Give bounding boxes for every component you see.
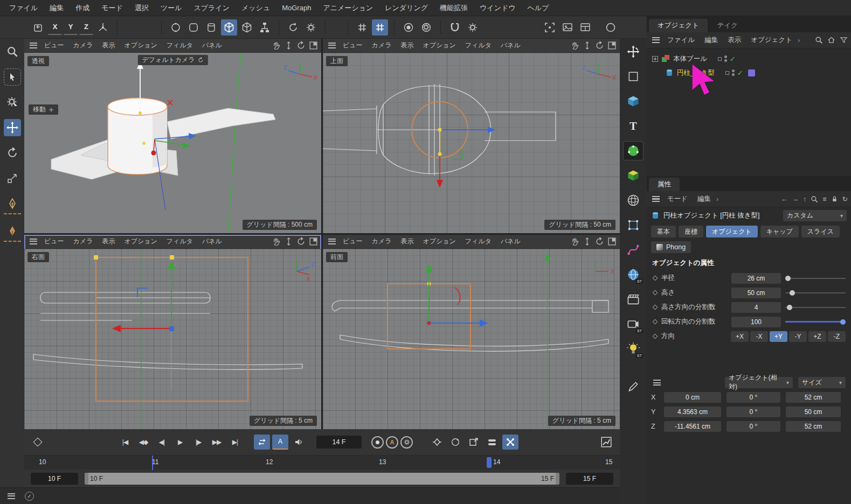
y-rotation-field[interactable]: 0 °: [727, 407, 780, 417]
camera-st-icon[interactable]: ST: [623, 314, 644, 334]
zoom-tool-icon[interactable]: [4, 43, 21, 60]
dir-plus-z-button[interactable]: +Z: [808, 331, 826, 342]
height-slider[interactable]: [785, 289, 846, 297]
axis-z-lock-button[interactable]: Z: [79, 20, 93, 35]
menu-extensions[interactable]: 機能拡張: [434, 0, 474, 16]
vp-menu-view[interactable]: ビュー: [338, 41, 367, 50]
network-x-button[interactable]: [502, 435, 518, 450]
autokey-toggle-button[interactable]: [285, 19, 301, 36]
lock-icon[interactable]: [831, 195, 838, 202]
fcurve-graph-button[interactable]: [598, 435, 614, 450]
set-driven-button[interactable]: [466, 435, 482, 450]
undo-box-icon[interactable]: [30, 19, 46, 36]
vp-menu-filter[interactable]: フィルタ: [461, 41, 496, 50]
attr-menu-mode[interactable]: モード: [663, 194, 692, 204]
height-field[interactable]: 50 cm: [731, 288, 781, 298]
clapperboard-icon[interactable]: [623, 290, 644, 309]
maximize-view-icon[interactable]: [607, 41, 617, 50]
vp-menu-view[interactable]: ビュー: [40, 41, 68, 50]
go-to-start-button[interactable]: |◀: [117, 435, 133, 450]
z-size-field[interactable]: 52 cm: [786, 421, 841, 432]
keyframe-diamond-icon[interactable]: [653, 305, 658, 310]
dolly-icon[interactable]: [583, 237, 592, 246]
dir-plus-y-button[interactable]: +Y: [770, 331, 787, 342]
phong-tag-icon[interactable]: [748, 69, 755, 76]
wire-sphere-icon[interactable]: [623, 191, 644, 210]
visibility-dots-icon[interactable]: [724, 55, 727, 62]
panel-menu-icon[interactable]: [652, 37, 660, 43]
move-arrows-icon[interactable]: [623, 42, 644, 61]
tab-coordinates[interactable]: 座標: [679, 226, 703, 237]
status-menu-icon[interactable]: [8, 493, 15, 499]
next-frame-button[interactable]: |▶: [190, 435, 206, 450]
viewport-menu-icon[interactable]: [328, 43, 336, 48]
edit-pencil-icon[interactable]: [623, 377, 644, 396]
top-view-canvas[interactable]: Z X 上面 グリッド間隔 : 50 cm: [323, 53, 620, 233]
dir-minus-z-button[interactable]: -Z: [828, 331, 846, 342]
om-menu-view[interactable]: 表示: [723, 36, 745, 45]
tab-attributes[interactable]: 属性: [649, 178, 680, 191]
menu-tools[interactable]: ツール: [155, 0, 188, 16]
search-icon[interactable]: [815, 36, 823, 44]
cube-primitive-button[interactable]: [221, 19, 237, 36]
vp-menu-filter[interactable]: フィルタ: [162, 41, 197, 50]
preset-dropdown[interactable]: カスタム▾: [783, 210, 847, 221]
axis-x-lock-button[interactable]: X: [48, 20, 62, 35]
snap-off-button[interactable]: [354, 19, 370, 36]
timeline-ruler[interactable]: 10 11 12 13 14 15: [24, 455, 620, 470]
point-cube-icon[interactable]: [623, 215, 644, 235]
panel-menu-icon[interactable]: [652, 196, 660, 202]
coordinate-mode-dropdown[interactable]: オブジェクト(相対)▾: [725, 377, 793, 388]
sketch-pen-tool-icon[interactable]: [4, 222, 21, 242]
dir-minus-x-button[interactable]: -X: [750, 331, 768, 342]
menu-select[interactable]: 選択: [129, 0, 155, 16]
plane-icon[interactable]: [623, 67, 644, 86]
menu-help[interactable]: ヘルプ: [522, 0, 555, 16]
vp-menu-options[interactable]: オプション: [418, 41, 460, 50]
vp-menu-camera[interactable]: カメラ: [368, 237, 396, 246]
attr-menu-edit[interactable]: 編集: [693, 194, 715, 204]
maximize-view-icon[interactable]: [607, 237, 617, 246]
y-position-field[interactable]: 4.3563 cm: [664, 407, 721, 417]
refresh-icon[interactable]: ↻: [842, 195, 848, 203]
expand-icon[interactable]: [652, 56, 658, 62]
coordinates-menu-icon[interactable]: [653, 380, 661, 386]
sound-button[interactable]: [290, 435, 307, 450]
pan-hand-icon[interactable]: [272, 41, 281, 50]
tree-row-boole[interactable]: 本体ブール ✓: [647, 52, 851, 66]
y-size-field[interactable]: 50 cm: [786, 407, 841, 417]
add-primitive-button[interactable]: [239, 19, 255, 36]
pan-hand-icon[interactable]: [272, 237, 281, 246]
keyframe-diamond-icon[interactable]: [653, 290, 658, 296]
orbit-icon[interactable]: [595, 237, 604, 246]
pan-hand-icon[interactable]: [570, 237, 579, 246]
record-settings-button[interactable]: [400, 436, 413, 449]
loop-mode-button[interactable]: [254, 435, 270, 450]
perspective-view-canvas[interactable]: Z X 透視 デフォルトカメラ 移動 グリッド間隔 : 500 cm: [24, 53, 321, 233]
orbit-icon[interactable]: [595, 41, 604, 50]
viewport-menu-icon[interactable]: [328, 239, 336, 244]
viewport-top[interactable]: ビュー カメラ 表示 オプション フィルタ パネル: [323, 39, 620, 233]
phong-button[interactable]: Phong: [651, 241, 691, 253]
menu-mode[interactable]: モード: [95, 0, 129, 16]
z-position-field[interactable]: -11.4561 cm: [664, 421, 721, 432]
render-view-button[interactable]: [400, 19, 417, 36]
globe-st-icon[interactable]: ST: [623, 265, 644, 284]
record-auto-button[interactable]: A: [386, 436, 398, 449]
viewport-menu-icon[interactable]: [30, 43, 37, 48]
pan-hand-icon[interactable]: [570, 41, 579, 50]
hierarchy-button[interactable]: [257, 19, 273, 36]
vp-menu-view[interactable]: ビュー: [40, 237, 68, 246]
keyframe-selection-button[interactable]: [429, 435, 445, 450]
tab-basic[interactable]: 基本: [651, 226, 676, 237]
filter-icon[interactable]: [840, 36, 848, 44]
pen-tool-icon[interactable]: [4, 195, 21, 214]
height-segments-slider[interactable]: [785, 304, 846, 311]
screenshot-button[interactable]: [559, 19, 576, 36]
primitive-rounded-cube-button[interactable]: [185, 19, 202, 36]
tweak-tool-icon[interactable]: [4, 94, 21, 111]
menu-spline[interactable]: スプライン: [188, 0, 236, 16]
front-view-canvas[interactable]: X 前面 グリッド間隔 : 5 cm: [323, 249, 620, 429]
current-frame-field[interactable]: 14 F: [316, 436, 362, 449]
primitive-cylinder-button[interactable]: [203, 19, 219, 36]
